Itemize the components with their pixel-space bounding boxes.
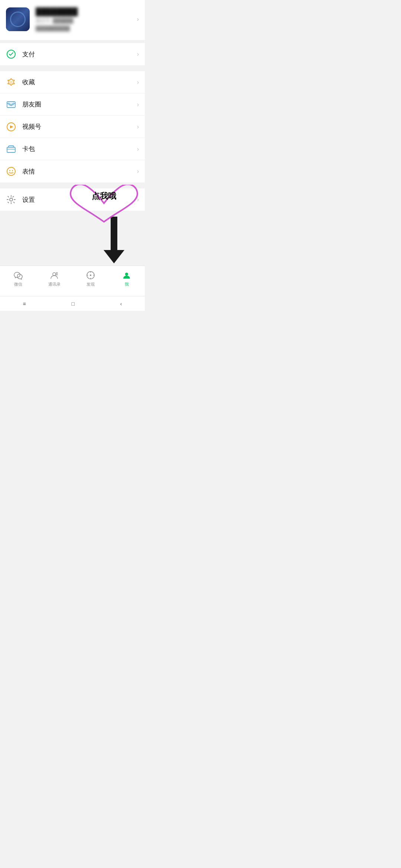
nav-menu-icon[interactable]: ≡: [15, 298, 33, 310]
menu-label-wallet: 卡包: [22, 145, 134, 153]
tab-label-discover: 发现: [87, 282, 95, 287]
svg-point-17: [90, 274, 91, 276]
menu-label-moments: 朋友圈: [22, 100, 134, 109]
tab-label-me: 我: [125, 282, 129, 287]
chevron-right-icon-5: ›: [137, 146, 139, 152]
tab-item-contacts[interactable]: 通讯录: [36, 267, 73, 287]
profile-header: ████████ 微信号: ██████ ██████████ ›: [0, 0, 145, 40]
nav-back-icon[interactable]: ‹: [113, 298, 130, 310]
avatar: [6, 7, 30, 31]
collect-icon: [6, 77, 16, 88]
profile-chevron-icon: ›: [137, 16, 139, 23]
section-separator-2: [0, 68, 145, 71]
down-arrow: [104, 217, 124, 263]
svg-point-22: [125, 273, 128, 276]
nav-bar: ≡ □ ‹: [0, 296, 145, 311]
chevron-right-icon-6: ›: [137, 168, 139, 175]
profile-info: ████████ 微信号: ██████ ██████████: [36, 7, 131, 31]
menu-section-main: 收藏 › 朋友圈 › 视频号 ›: [0, 71, 145, 183]
menu-item-pay[interactable]: 支付 ›: [0, 43, 145, 65]
profile-name: ████████: [36, 7, 131, 16]
tab-item-discover[interactable]: 发现: [72, 267, 109, 287]
chevron-right-icon-3: ›: [137, 101, 139, 108]
menu-item-sticker[interactable]: 表情 ›: [0, 160, 145, 183]
tab-item-wechat[interactable]: 微信: [0, 267, 36, 287]
menu-item-settings[interactable]: 设置 ›: [0, 188, 145, 211]
menu-item-channels[interactable]: 视频号 ›: [0, 116, 145, 138]
me-tab-icon: [122, 270, 131, 280]
sticker-icon: [6, 166, 16, 177]
arrow-area: [0, 214, 145, 266]
chevron-right-icon-7: ›: [137, 196, 139, 203]
menu-item-moments[interactable]: 朋友圈 ›: [0, 93, 145, 116]
tab-label-contacts: 通讯录: [48, 282, 61, 287]
svg-point-11: [10, 198, 13, 201]
section-separator-3: [0, 185, 145, 188]
svg-point-12: [53, 273, 56, 276]
menu-section-settings: 点我哦 设置 ›: [0, 188, 145, 211]
svg-rect-6: [7, 147, 15, 152]
channels-icon: [6, 122, 16, 132]
chevron-right-icon: ›: [137, 51, 139, 57]
menu-label-settings: 设置: [22, 195, 134, 204]
tab-bar: 微信 通讯录 发现: [0, 266, 145, 296]
moments-icon: [6, 99, 16, 110]
tab-item-me[interactable]: 我: [109, 267, 145, 287]
nav-home-icon[interactable]: □: [64, 298, 82, 310]
chevron-right-icon-4: ›: [137, 124, 139, 130]
profile-id: 微信号: ██████: [36, 17, 131, 24]
wechat-tab-icon: [13, 270, 23, 280]
tab-label-wechat: 微信: [14, 282, 22, 287]
contacts-tab-icon: [49, 270, 59, 280]
svg-point-10: [12, 170, 13, 171]
menu-label-sticker: 表情: [22, 167, 134, 176]
wallet-icon: [6, 144, 16, 154]
pay-icon: [6, 49, 16, 59]
menu-label-collect: 收藏: [22, 78, 134, 86]
svg-point-8: [7, 167, 15, 175]
menu-section-pay: 支付 ›: [0, 43, 145, 65]
profile-extra: ██████████: [36, 26, 131, 31]
menu-label-channels: 视频号: [22, 122, 134, 131]
discover-tab-icon: [86, 270, 95, 280]
menu-item-collect[interactable]: 收藏 ›: [0, 71, 145, 93]
svg-rect-1: [10, 81, 13, 84]
menu-label-pay: 支付: [22, 50, 134, 59]
svg-point-9: [9, 170, 10, 171]
menu-item-wallet[interactable]: 卡包 ›: [0, 138, 145, 160]
settings-icon: [6, 194, 16, 205]
svg-marker-5: [10, 125, 13, 128]
section-separator-1: [0, 40, 145, 43]
chevron-right-icon-2: ›: [137, 79, 139, 86]
